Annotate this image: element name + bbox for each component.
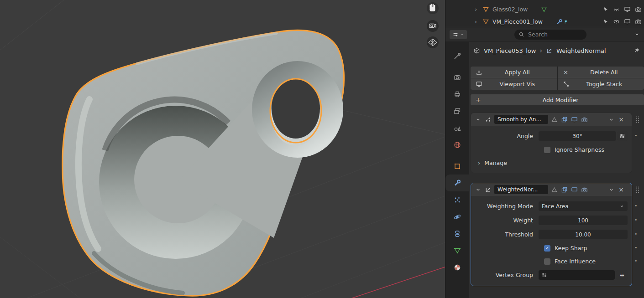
expand-chevron-icon[interactable]: › <box>475 6 479 13</box>
editor-type-button[interactable] <box>450 30 467 39</box>
object-name[interactable]: VM_Piece001_low <box>492 18 543 25</box>
animate-decorator-dot[interactable]: • <box>634 245 638 250</box>
breadcrumb-modifier[interactable]: WeightedNormal <box>556 47 606 54</box>
header-options-chevron-icon[interactable] <box>634 31 640 37</box>
vertex-group-invert-button[interactable]: ↔ <box>616 270 628 280</box>
delete-all-button[interactable]: × Delete All <box>558 67 644 78</box>
modifier-name-field[interactable]: Smooth by An... <box>494 115 548 124</box>
viewport-vis-button[interactable]: Viewport Vis <box>471 78 557 90</box>
vertex-group-field[interactable] <box>539 270 615 280</box>
collapse-chevron-icon[interactable] <box>474 186 482 194</box>
apply-all-button[interactable]: Apply All <box>471 67 557 78</box>
tab-constraints[interactable] <box>445 225 469 242</box>
breadcrumb: VM_Piece053_low › WeightedNormal <box>469 42 644 59</box>
outliner-row-vmpiece001[interactable]: › VM_Piece001_low <box>445 15 644 28</box>
angle-keying-button[interactable] <box>617 131 628 141</box>
face-influence-checkbox[interactable] <box>544 258 550 265</box>
add-modifier-label: Add Modifier <box>482 97 639 103</box>
realtime-toggle-icon[interactable] <box>571 116 578 123</box>
hide-eye-closed-icon[interactable] <box>613 6 620 13</box>
on-cage-toggle-icon[interactable] <box>550 116 558 123</box>
animate-decorator-dot[interactable]: • <box>634 258 638 263</box>
tab-material[interactable] <box>445 259 469 276</box>
hide-eye-open-icon[interactable] <box>613 18 620 25</box>
edit-mode-toggle-icon[interactable] <box>560 186 568 194</box>
ignore-sharpness-checkbox[interactable] <box>544 147 550 153</box>
search-input[interactable] <box>527 31 577 38</box>
manage-subpanel[interactable]: › Manage <box>471 156 632 169</box>
animate-decorator-dot[interactable]: • <box>634 133 638 138</box>
animate-decorator-dot[interactable]: • <box>634 203 638 208</box>
blender-window: › Glass02_low › VM_Piece001_low <box>0 0 644 298</box>
tab-particles[interactable] <box>445 191 469 208</box>
chevron-down-icon <box>460 32 464 36</box>
weighting-mode-row: Weighting Mode Face Area <box>471 199 632 213</box>
tab-object-data[interactable] <box>445 242 469 259</box>
object-data-icon <box>453 247 461 255</box>
face-influence-label: Face Influence <box>555 258 596 265</box>
expand-chevron-icon[interactable]: › <box>475 18 479 25</box>
collapse-chevron-icon[interactable] <box>474 116 482 123</box>
pan-hand-button[interactable] <box>427 2 439 14</box>
material-icon <box>453 263 461 272</box>
selected-object[interactable] <box>63 30 344 296</box>
3d-viewport[interactable] <box>0 0 445 298</box>
disable-viewport-icon[interactable] <box>624 18 631 25</box>
override-badge-icon <box>564 20 568 24</box>
angle-label: Angle <box>476 133 539 139</box>
disable-viewport-icon[interactable] <box>624 6 631 13</box>
weight-slider[interactable]: 100 <box>539 216 628 225</box>
tab-output[interactable] <box>445 86 469 103</box>
pin-icon[interactable] <box>634 47 640 54</box>
tab-physics[interactable] <box>445 208 469 225</box>
tab-object[interactable] <box>445 158 469 175</box>
disable-render-icon[interactable] <box>635 6 642 13</box>
modifier-header[interactable]: WeightedNor... × <box>471 183 632 196</box>
tab-world[interactable] <box>445 136 469 153</box>
delete-all-label: Delete All <box>569 69 639 76</box>
tab-scene[interactable] <box>445 119 469 136</box>
tab-view-layer[interactable] <box>445 103 469 119</box>
search-icon <box>518 31 524 37</box>
angle-slider[interactable]: 30° <box>539 131 616 141</box>
selectable-icon[interactable] <box>602 19 609 25</box>
tool-icon <box>453 52 461 60</box>
animate-decorator-dot[interactable]: • <box>634 217 638 222</box>
tab-tool[interactable] <box>445 47 469 64</box>
camera-view-button[interactable] <box>427 20 439 32</box>
tab-render[interactable] <box>445 69 469 86</box>
render-toggle-icon[interactable] <box>581 186 588 194</box>
modifier-header[interactable]: Smooth by An... × <box>471 113 632 126</box>
weighting-mode-dropdown[interactable]: Face Area <box>539 201 628 211</box>
selectable-icon[interactable] <box>602 6 609 13</box>
outliner: › Glass02_low › VM_Piece001_low <box>445 0 644 27</box>
view-layer-icon <box>453 107 461 115</box>
extras-chevron-icon[interactable] <box>607 186 615 194</box>
threshold-slider[interactable]: 10.00 <box>539 230 628 239</box>
orthographic-toggle-button[interactable] <box>427 36 439 48</box>
chevron-down-icon <box>619 204 624 209</box>
modifier-name-field[interactable]: WeightedNor... <box>494 185 548 194</box>
toggle-stack-button[interactable]: Toggle Stack <box>558 78 644 90</box>
remove-modifier-icon[interactable]: × <box>618 186 625 193</box>
object-name[interactable]: Glass02_low <box>492 6 528 13</box>
properties-editor-icon <box>452 31 459 38</box>
output-icon <box>453 90 461 98</box>
mesh-data-icon <box>541 6 547 13</box>
tab-modifiers-active[interactable] <box>445 175 469 191</box>
properties-search[interactable] <box>514 30 586 40</box>
render-toggle-icon[interactable] <box>581 116 588 123</box>
animate-decorator-dot[interactable]: • <box>634 231 638 236</box>
realtime-toggle-icon[interactable] <box>571 186 578 194</box>
check-icon: ✓ <box>545 246 549 251</box>
chevron-right-icon: › <box>478 159 480 166</box>
add-modifier-button[interactable]: + Add Modifier <box>471 94 644 105</box>
on-cage-toggle-icon[interactable] <box>550 186 558 194</box>
keep-sharp-checkbox[interactable]: ✓ <box>544 245 550 252</box>
outliner-row-glass02[interactable]: › Glass02_low <box>445 3 644 15</box>
edit-mode-toggle-icon[interactable] <box>560 116 568 123</box>
remove-modifier-icon[interactable]: × <box>618 116 625 123</box>
extras-chevron-icon[interactable] <box>607 116 615 123</box>
breadcrumb-object[interactable]: VM_Piece053_low <box>484 47 536 54</box>
disable-render-icon[interactable] <box>635 18 642 25</box>
